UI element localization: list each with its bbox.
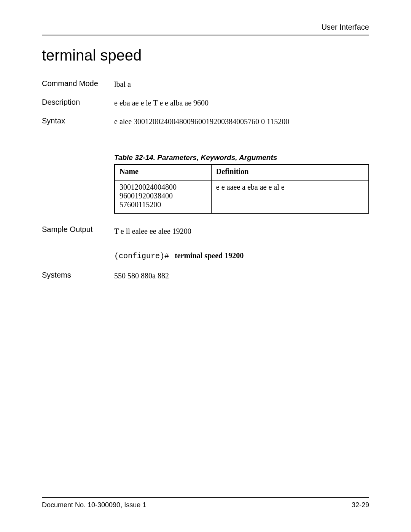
sample-output-command: terminal speed 19200 [175, 251, 244, 260]
syntax-value: e alee 300120024004800960019200384005760… [114, 117, 369, 127]
parameters-table-area: Table 32-14. Parameters, Keywords, Argum… [114, 153, 369, 214]
document-page: User Interface terminal speed Command Mo… [0, 0, 411, 532]
table-header-row: Name Definition [115, 165, 369, 180]
systems-label: Systems [42, 271, 114, 281]
header-section-label: User Interface [42, 23, 369, 32]
table-row: 300120024004800 96001920038400 576001152… [115, 180, 369, 213]
header-rule [42, 35, 369, 35]
command-mode-value: lbal a [114, 79, 369, 89]
table-cell-definition: e e aaee a eba ae e al e [211, 180, 369, 213]
systems-row: Systems 550 580 880a 882 [42, 271, 369, 281]
syntax-row: Syntax e alee 30012002400480096001920038… [42, 117, 369, 127]
page-footer: Document No. 10-300090, Issue 1 32-29 [42, 497, 369, 509]
footer-doc-number: Document No. 10-300090, Issue 1 [42, 501, 146, 509]
description-value: e eba ae e le T e e alba ae 9600 [114, 98, 369, 108]
sample-output-row: Sample Output T e ll ealee ee alee 19200… [42, 225, 369, 262]
command-mode-row: Command Mode lbal a [42, 79, 369, 89]
footer-row: Document No. 10-300090, Issue 1 32-29 [42, 501, 369, 509]
sample-output-value: T e ll ealee ee alee 19200 (configure)# … [114, 225, 369, 262]
page-title: terminal speed [42, 47, 369, 64]
footer-page-number: 32-29 [352, 501, 369, 509]
table-caption: Table 32-14. Parameters, Keywords, Argum… [114, 153, 369, 162]
sample-output-label: Sample Output [42, 225, 114, 262]
parameters-table: Name Definition 300120024004800 96001920… [114, 164, 369, 214]
systems-value: 550 580 880a 882 [114, 271, 369, 281]
sample-output-text: T e ll ealee ee alee 19200 [114, 227, 191, 235]
footer-rule [42, 497, 369, 498]
description-label: Description [42, 98, 114, 108]
table-header-definition: Definition [211, 165, 369, 180]
command-mode-label: Command Mode [42, 79, 114, 89]
table-cell-name: 300120024004800 96001920038400 576001152… [115, 180, 211, 213]
sample-output-prompt: (configure)# [114, 252, 169, 260]
description-row: Description e eba ae e le T e e alba ae … [42, 98, 369, 108]
table-header-name: Name [115, 165, 211, 180]
syntax-label: Syntax [42, 117, 114, 127]
